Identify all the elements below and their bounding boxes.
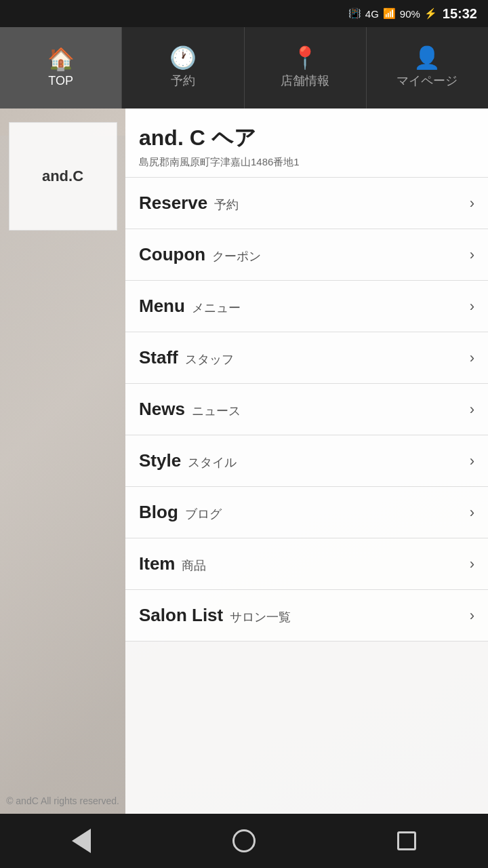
location-icon: 📍 (291, 47, 319, 68)
chevron-right-icon: › (470, 349, 474, 367)
android-back-button[interactable] (61, 821, 102, 861)
tab-reserve-label: 予約 (171, 73, 195, 89)
tab-store[interactable]: 📍 店舗情報 (245, 27, 367, 108)
menu-item-item-ja: 商品 (182, 557, 206, 574)
menu-panel: and. C ヘア 島尻郡南風原町字津嘉山1486番地1 Reserve 予約 … (125, 108, 488, 814)
menu-item-menu-en: Menu (139, 296, 185, 317)
menu-item-news-text: News ニュース (139, 399, 241, 420)
menu-item-staff-ja: スタッフ (185, 351, 234, 368)
menu-item-blog-ja: ブログ (185, 506, 222, 522)
menu-item-news-en: News (139, 399, 185, 420)
menu-item-coupon[interactable]: Coupon クーポン › (125, 229, 488, 281)
menu-item-blog-en: Blog (139, 502, 178, 523)
chevron-right-icon: › (470, 246, 474, 264)
salon-name: and. C ヘア (139, 123, 474, 153)
menu-item-staff-text: Staff スタッフ (139, 347, 234, 368)
menu-item-item-en: Item (139, 553, 175, 574)
home-circle-icon (232, 829, 256, 852)
menu-item-menu-text: Menu メニュー (139, 296, 241, 317)
chevron-right-icon: › (470, 504, 474, 521)
chevron-right-icon: › (470, 401, 474, 418)
menu-list: Reserve 予約 › Coupon クーポン › Menu メニュー › (125, 178, 488, 814)
status-icons: 📳 4G 📶 90% ⚡ (348, 7, 437, 20)
back-triangle-icon (72, 829, 91, 853)
top-navigation: 🏠 TOP 🕐 予約 📍 店舗情報 👤 マイページ (0, 27, 488, 108)
menu-item-blog[interactable]: Blog ブログ › (125, 487, 488, 538)
menu-item-item-text: Item 商品 (139, 553, 206, 574)
menu-item-coupon-en: Coupon (139, 244, 205, 265)
tab-top[interactable]: 🏠 TOP (0, 27, 122, 108)
chevron-right-icon: › (470, 607, 474, 625)
menu-item-style-text: Style スタイル (139, 450, 237, 471)
copyright-text: © andC All rights reserved. (6, 795, 119, 806)
left-sidebar: and.C (0, 108, 125, 814)
tab-top-label: TOP (48, 74, 73, 88)
chevron-right-icon: › (470, 452, 474, 470)
menu-item-style-en: Style (139, 450, 181, 471)
chevron-right-icon: › (470, 195, 474, 212)
menu-item-style-ja: スタイル (188, 454, 237, 471)
menu-item-menu[interactable]: Menu メニュー › (125, 281, 488, 332)
menu-item-blog-text: Blog ブログ (139, 502, 222, 523)
tab-mypage[interactable]: 👤 マイページ (367, 27, 488, 108)
menu-item-coupon-ja: クーポン (212, 248, 261, 264)
menu-item-salon-list-en: Salon List (139, 605, 223, 626)
menu-item-staff-en: Staff (139, 347, 178, 368)
menu-item-reserve-ja: 予約 (214, 197, 239, 213)
menu-item-style[interactable]: Style スタイル › (125, 435, 488, 487)
user-icon: 👤 (413, 47, 441, 68)
menu-item-reserve-text: Reserve 予約 (139, 193, 239, 214)
android-home-button[interactable] (224, 821, 264, 861)
salon-logo-text: and.C (42, 167, 83, 186)
main-content: and.C and. C ヘア 島尻郡南風原町字津嘉山1486番地1 Reser… (0, 108, 488, 814)
menu-item-item[interactable]: Item 商品 › (125, 538, 488, 590)
menu-item-staff[interactable]: Staff スタッフ › (125, 332, 488, 384)
menu-item-news[interactable]: News ニュース › (125, 384, 488, 435)
salon-header: and. C ヘア 島尻郡南風原町字津嘉山1486番地1 (125, 108, 488, 178)
menu-item-news-ja: ニュース (192, 403, 241, 419)
tab-mypage-label: マイページ (396, 73, 458, 89)
recents-square-icon (397, 831, 416, 850)
menu-item-coupon-text: Coupon クーポン (139, 244, 261, 265)
home-icon: 🏠 (47, 48, 75, 70)
charging-icon: ⚡ (424, 7, 437, 20)
chevron-right-icon: › (470, 298, 474, 315)
salon-logo-box: and.C (9, 122, 117, 231)
signal-icon: 📶 (383, 7, 396, 20)
vibrate-icon: 📳 (348, 7, 361, 20)
status-bar: 📳 4G 📶 90% ⚡ 15:32 (0, 0, 488, 27)
menu-item-salon-list[interactable]: Salon List サロン一覧 › (125, 590, 488, 642)
menu-item-menu-ja: メニュー (192, 300, 241, 316)
clock-icon: 🕐 (169, 47, 197, 68)
menu-item-reserve-en: Reserve (139, 193, 207, 214)
android-navigation (0, 814, 488, 868)
tab-store-label: 店舗情報 (281, 73, 329, 89)
menu-item-salon-list-text: Salon List サロン一覧 (139, 605, 291, 626)
tab-reserve[interactable]: 🕐 予約 (122, 27, 244, 108)
left-footer: © andC All rights reserved. (0, 795, 125, 807)
menu-item-reserve[interactable]: Reserve 予約 › (125, 178, 488, 229)
network-label: 4G (365, 8, 379, 20)
menu-item-salon-list-ja: サロン一覧 (230, 609, 291, 625)
android-recents-button[interactable] (386, 821, 427, 861)
chevron-right-icon: › (470, 555, 474, 573)
battery-percent: 90% (400, 8, 420, 20)
salon-address: 島尻郡南風原町字津嘉山1486番地1 (139, 156, 474, 169)
clock: 15:32 (443, 6, 477, 22)
